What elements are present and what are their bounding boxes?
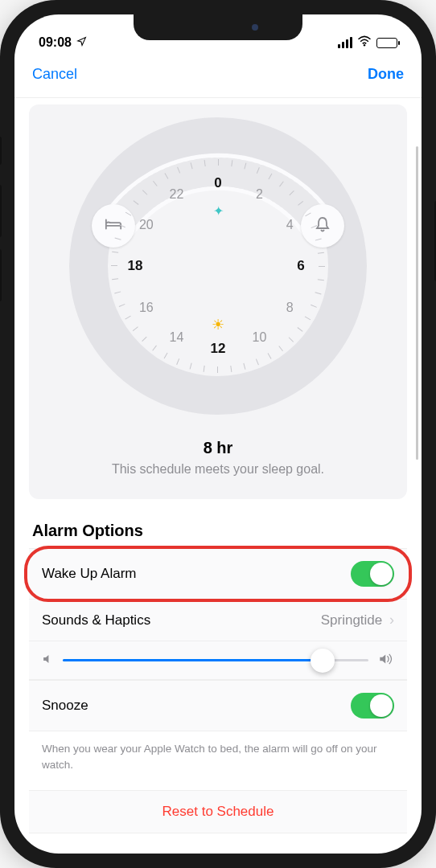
wake-up-alarm-label: Wake Up Alarm (42, 566, 136, 582)
hour-label: 10 (253, 330, 267, 345)
volume-slider-row (29, 641, 407, 680)
done-button[interactable]: Done (368, 66, 404, 83)
speaker-high-icon (378, 653, 394, 668)
scroll-indicator[interactable] (416, 146, 419, 460)
location-icon (76, 36, 87, 49)
cancel-button[interactable]: Cancel (32, 66, 77, 83)
volume-slider[interactable] (63, 659, 368, 661)
cell-signal-icon (338, 37, 352, 48)
snooze-row[interactable]: Snooze (29, 680, 407, 731)
helper-text: When you wear your Apple Watch to bed, t… (29, 731, 407, 790)
hour-label: 0 (214, 175, 221, 191)
chevron-right-icon: › (389, 612, 394, 628)
reset-to-schedule-button[interactable]: Reset to Schedule (29, 790, 407, 833)
sleep-dial[interactable]: ✦ ☀ 0246810121416182022 (69, 117, 367, 415)
speaker-low-icon (42, 653, 53, 667)
sounds-haptics-value: Springtide (321, 612, 383, 628)
modal-navbar: Cancel Done (14, 55, 422, 98)
svg-point-0 (364, 44, 365, 46)
screen: 09:08 Cancel Done (14, 14, 422, 854)
duration-label: 8 hr (39, 439, 397, 457)
slider-thumb[interactable] (311, 649, 335, 673)
hour-label: 6 (297, 258, 304, 274)
wake-up-alarm-toggle[interactable] (351, 561, 394, 587)
battery-icon (376, 38, 397, 48)
hour-label: 22 (170, 187, 184, 202)
wake-up-alarm-row[interactable]: Wake Up Alarm (29, 548, 407, 600)
hour-label: 16 (139, 301, 154, 315)
alarm-options-title: Alarm Options (32, 522, 404, 540)
sleep-dial-card: ✦ ☀ 0246810121416182022 8 hr This schedu… (29, 104, 407, 499)
sun-icon: ☀ (212, 316, 224, 334)
phone-frame: 09:08 Cancel Done (0, 0, 436, 868)
hour-label: 4 (286, 218, 294, 232)
hour-label: 20 (139, 218, 154, 232)
hour-label: 2 (256, 187, 263, 202)
wifi-icon (357, 35, 372, 50)
hour-label: 12 (211, 341, 226, 357)
snooze-label: Snooze (42, 698, 88, 714)
hour-label: 8 (286, 301, 294, 315)
hour-label: 14 (170, 330, 184, 345)
snooze-toggle[interactable] (351, 693, 394, 719)
star-icon: ✦ (213, 203, 224, 219)
goal-message: This schedule meets your sleep goal. (39, 462, 397, 477)
notch (134, 14, 302, 40)
hour-label: 18 (128, 258, 143, 274)
sounds-haptics-row[interactable]: Sounds & Haptics Springtide › (29, 600, 407, 641)
clock-label: 09:08 (39, 35, 72, 50)
sounds-haptics-label: Sounds & Haptics (42, 612, 150, 628)
